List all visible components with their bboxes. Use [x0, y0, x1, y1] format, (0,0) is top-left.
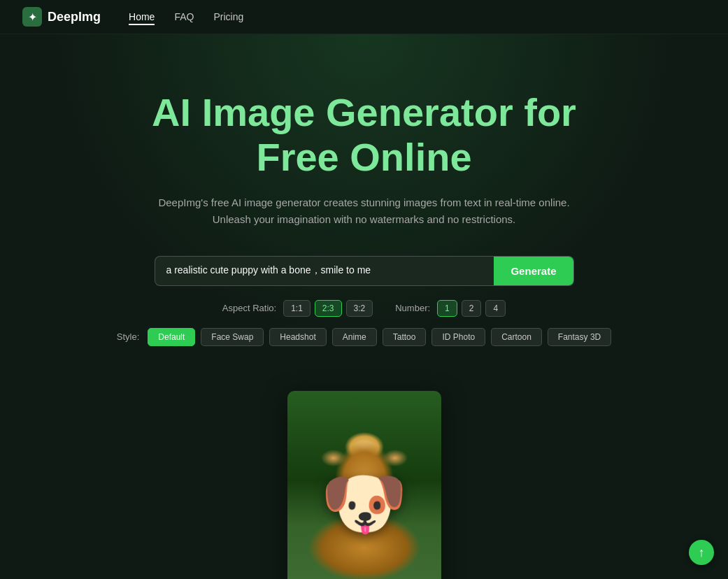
hero-title: AI Image Generator for Free Online [120, 90, 609, 180]
puppy-emoji: 🐶 [320, 468, 408, 538]
hero-section: AI Image Generator for Free Online DeepI… [0, 34, 728, 391]
style-btn-id-photo[interactable]: ID Photo [431, 328, 485, 346]
number-label: Number: [395, 303, 430, 313]
ratio-btn-1-1[interactable]: 1:1 [283, 300, 311, 317]
nav-link-faq-anchor[interactable]: FAQ [174, 11, 194, 22]
generate-button[interactable]: Generate [494, 257, 573, 285]
style-controls: Style: Default Face Swap Headshot Anime … [14, 328, 714, 346]
number-group: Number: 1 2 4 [395, 300, 506, 317]
navbar: ✦ DeepImg Home FAQ Pricing [0, 0, 728, 34]
logo-area: ✦ DeepImg [22, 7, 101, 27]
nav-links: Home FAQ Pricing [129, 10, 243, 23]
generated-image: 🐶 [287, 391, 441, 579]
search-input[interactable] [155, 257, 494, 285]
ratio-btn-3-2[interactable]: 3:2 [346, 300, 373, 317]
aspect-ratio-label: Aspect Ratio: [222, 303, 276, 313]
nav-link-pricing-anchor[interactable]: Pricing [213, 11, 243, 22]
aspect-ratio-group: Aspect Ratio: 1:1 2:3 3:2 [222, 300, 373, 317]
style-btn-anime[interactable]: Anime [332, 328, 377, 346]
logo-text: DeepImg [48, 10, 101, 24]
generated-image-wrapper: 🐶 [287, 391, 441, 579]
logo-icon: ✦ [22, 7, 42, 27]
scroll-top-icon: ↑ [699, 545, 705, 560]
number-buttons: 1 2 4 [437, 300, 506, 317]
ratio-btn-2-3[interactable]: 2:3 [315, 300, 342, 317]
style-btn-headshot[interactable]: Headshot [269, 328, 326, 346]
num-btn-1[interactable]: 1 [437, 300, 457, 317]
style-btn-tattoo[interactable]: Tattoo [383, 328, 427, 346]
style-btn-cartoon[interactable]: Cartoon [491, 328, 542, 346]
scroll-top-button[interactable]: ↑ [689, 540, 714, 565]
aspect-ratio-buttons: 1:1 2:3 3:2 [283, 300, 373, 317]
nav-link-faq[interactable]: FAQ [174, 10, 194, 23]
style-label: Style: [117, 331, 140, 342]
nav-link-home[interactable]: Home [129, 10, 155, 23]
search-bar: Generate [155, 256, 574, 286]
search-bar-container: Generate [14, 256, 714, 286]
image-result-container: 🐶 ↓ Download [0, 391, 728, 579]
style-btn-fantasy-3d[interactable]: Fantasy 3D [548, 328, 611, 346]
hero-subtitle: DeepImg's free AI image generator create… [155, 194, 574, 228]
nav-link-pricing[interactable]: Pricing [213, 10, 243, 23]
controls-row: Aspect Ratio: 1:1 2:3 3:2 Number: 1 2 4 [14, 300, 714, 317]
nav-link-home-anchor[interactable]: Home [129, 11, 155, 25]
style-btn-face-swap[interactable]: Face Swap [201, 328, 264, 346]
style-btn-default[interactable]: Default [148, 328, 195, 346]
num-btn-4[interactable]: 4 [485, 300, 506, 317]
num-btn-2[interactable]: 2 [462, 300, 482, 317]
